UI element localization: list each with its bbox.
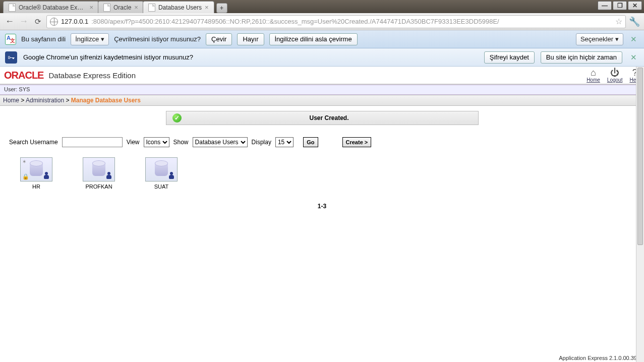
tab-2-active[interactable]: Database Users × xyxy=(143,1,214,13)
user-icon xyxy=(20,157,52,182)
translate-button[interactable]: Çevir xyxy=(206,33,232,45)
show-label: Show xyxy=(173,139,189,146)
oracle-logo: ORACLE xyxy=(4,70,43,81)
minimize-button[interactable]: — xyxy=(598,1,612,10)
password-close-icon[interactable]: ✕ xyxy=(628,53,639,62)
tab-0[interactable]: Oracle® Database Expres... × xyxy=(3,1,99,13)
show-select[interactable]: Database Users xyxy=(193,137,248,147)
tab-label: Oracle xyxy=(113,4,131,11)
browser-chrome: Oracle® Database Expres... × Oracle × Da… xyxy=(0,0,644,30)
page-content: ORACLE Database Express Edition ⌂Home ⏻L… xyxy=(0,67,644,210)
go-button[interactable]: Go xyxy=(303,137,318,147)
translate-prefix: Bu sayfanın dili xyxy=(21,35,66,43)
oracle-header: ORACLE Database Express Edition ⌂Home ⏻L… xyxy=(0,67,644,85)
settings-wrench-icon[interactable]: 🔧 xyxy=(629,16,640,27)
view-select[interactable]: Icons xyxy=(144,137,169,147)
home-link[interactable]: ⌂Home xyxy=(587,68,600,83)
user-name: HR xyxy=(32,184,40,190)
users-grid: HR PROFKAN SUAT xyxy=(0,154,644,193)
file-icon xyxy=(148,4,155,12)
forward-button[interactable]: → xyxy=(18,16,29,27)
translate-options-label: Seçenekler xyxy=(580,35,613,43)
success-message: ✓ User Created. xyxy=(166,111,479,125)
home-link-label: Home xyxy=(587,77,600,83)
user-tile-hr[interactable]: HR xyxy=(20,157,52,190)
tab-1[interactable]: Oracle × xyxy=(98,1,144,13)
key-icon: 🗝 xyxy=(5,51,17,64)
translate-never-button[interactable]: İngilizce dilini asla çevirme xyxy=(269,33,358,45)
translate-lang-select[interactable]: İngilizce ▾ xyxy=(71,33,109,45)
crumb-current: Manage Database Users xyxy=(71,97,141,104)
logout-link[interactable]: ⏻Logout xyxy=(607,68,623,83)
display-label: Display xyxy=(252,139,271,146)
window-controls: — ❐ ✕ xyxy=(598,1,642,10)
new-tab-button[interactable]: + xyxy=(216,3,227,13)
user-name: SUAT xyxy=(154,184,169,190)
user-tile-profkan[interactable]: PROFKAN xyxy=(83,157,115,190)
crumb-admin[interactable]: Administration xyxy=(26,97,64,104)
user-label: User: xyxy=(4,86,19,92)
password-text: Google Chrome'un şifrenizi kaydetmesini … xyxy=(23,53,193,61)
view-label: View xyxy=(127,139,140,146)
user-tile-suat[interactable]: SUAT xyxy=(145,157,178,190)
header-links: ⌂Home ⏻Logout ?Help xyxy=(587,68,640,83)
success-text: User Created. xyxy=(187,114,472,122)
check-icon: ✓ xyxy=(172,113,182,123)
password-bar: 🗝 Google Chrome'un şifrenizi kaydetmesin… xyxy=(0,48,644,67)
close-icon[interactable]: × xyxy=(205,4,209,11)
close-icon[interactable]: × xyxy=(134,4,138,11)
create-button[interactable]: Create > xyxy=(342,137,372,147)
close-window-button[interactable]: ✕ xyxy=(628,1,642,10)
search-input[interactable] xyxy=(62,137,123,147)
translate-no-button[interactable]: Hayır xyxy=(237,33,264,45)
user-icon xyxy=(83,157,115,182)
display-select[interactable]: 15 xyxy=(275,137,294,147)
file-icon xyxy=(103,4,110,12)
maximize-button[interactable]: ❐ xyxy=(613,1,627,10)
user-value: SYS xyxy=(19,86,30,92)
power-icon: ⏻ xyxy=(607,68,623,77)
back-button[interactable]: ← xyxy=(4,16,15,27)
tab-strip: Oracle® Database Expres... × Oracle × Da… xyxy=(0,0,644,13)
chevron-down-icon: ▾ xyxy=(615,35,619,43)
save-password-button[interactable]: Şifreyi kaydet xyxy=(484,51,535,64)
url-path: :8080/apex/f?p=4500:2610:421294077489506… xyxy=(91,18,499,25)
logout-link-label: Logout xyxy=(607,77,623,83)
crumb-home[interactable]: Home xyxy=(3,97,19,104)
home-icon: ⌂ xyxy=(587,68,600,77)
address-bar[interactable]: 127.0.0.1:8080/apex/f?p=4500:2610:421294… xyxy=(46,15,626,28)
vertical-scrollbar[interactable] xyxy=(636,67,644,210)
translate-question: Çevrilmesini istiyor musunuz? xyxy=(114,35,201,43)
translate-icon xyxy=(5,34,16,45)
reload-button[interactable]: ⟳ xyxy=(32,16,43,27)
translate-bar: Bu sayfanın dili İngilizce ▾ Çevrilmesin… xyxy=(0,30,644,48)
bookmark-star-icon[interactable]: ☆ xyxy=(615,17,622,26)
user-bar: User: SYS xyxy=(0,85,644,95)
result-range: 1-3 xyxy=(0,203,644,210)
search-controls: Search Username View Icons Show Database… xyxy=(0,130,644,154)
nav-toolbar: ← → ⟳ 127.0.0.1:8080/apex/f?p=4500:2610:… xyxy=(0,13,644,30)
never-save-password-button[interactable]: Bu site için hiçbir zaman xyxy=(541,51,622,64)
translate-close-icon[interactable]: ✕ xyxy=(628,35,639,44)
translate-lang-value: İngilizce xyxy=(75,35,99,43)
user-icon xyxy=(145,157,178,182)
tab-label: Database Users xyxy=(158,4,202,11)
close-icon[interactable]: × xyxy=(89,4,93,11)
oracle-subtitle: Database Express Edition xyxy=(48,71,136,80)
url-host: 127.0.0.1 xyxy=(61,18,88,25)
translate-options[interactable]: Seçenekler ▾ xyxy=(576,33,623,45)
search-label: Search Username xyxy=(9,139,58,146)
user-name: PROFKAN xyxy=(85,184,112,190)
scrollbar-thumb[interactable] xyxy=(637,68,643,210)
tab-label: Oracle® Database Expres... xyxy=(19,4,86,11)
chevron-down-icon: ▾ xyxy=(101,35,104,43)
file-icon xyxy=(9,4,16,12)
breadcrumb: Home > Administration > Manage Database … xyxy=(0,95,644,106)
globe-icon xyxy=(50,18,58,26)
